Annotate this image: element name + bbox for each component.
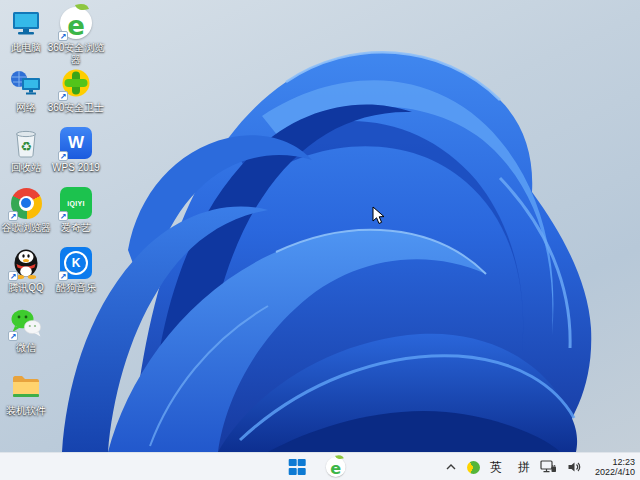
network-icon bbox=[8, 65, 44, 101]
taskbar-clock[interactable]: 12:23 2022/4/10 bbox=[591, 457, 635, 478]
windows-desktop[interactable]: 此电脑 网络 ♻ 回收站 ↗ 谷歌浏览器 ↗ 腾讯QQ ↗ 微信 bbox=[0, 0, 640, 480]
shortcut-arrow-icon: ↗ bbox=[58, 271, 68, 281]
svg-text:♻: ♻ bbox=[20, 139, 32, 154]
360-safe-icon: ↗ bbox=[58, 65, 94, 101]
desktop-icon-360-browser[interactable]: e ↗ 360安全浏览器 bbox=[51, 5, 101, 66]
desktop-icon-label: 装机软件 bbox=[0, 405, 56, 417]
desktop-icon-qq[interactable]: ↗ 腾讯QQ bbox=[1, 245, 51, 294]
tray-chevron-up-icon[interactable] bbox=[445, 462, 457, 472]
tray-network-icon[interactable] bbox=[540, 460, 557, 474]
wps-icon: W ↗ bbox=[58, 125, 94, 161]
tray-volume-icon[interactable] bbox=[567, 460, 581, 474]
360-browser-icon: e ↗ bbox=[58, 5, 94, 41]
ime-language-indicator[interactable]: 英 bbox=[490, 459, 502, 476]
shortcut-arrow-icon: ↗ bbox=[58, 211, 68, 221]
desktop-icon-label: 酷狗音乐 bbox=[46, 282, 106, 294]
desktop-icon-software-folder[interactable]: 装机软件 bbox=[1, 368, 51, 417]
shortcut-arrow-icon: ↗ bbox=[58, 151, 68, 161]
desktop-icon-this-pc[interactable]: 此电脑 bbox=[1, 5, 51, 54]
desktop-icon-wechat[interactable]: ↗ 微信 bbox=[1, 305, 51, 354]
ime-mode-indicator[interactable]: 拼 bbox=[518, 459, 530, 476]
taskbar-360-browser-button[interactable]: e bbox=[325, 457, 345, 477]
kugou-icon: K ↗ bbox=[58, 245, 94, 281]
shortcut-arrow-icon: ↗ bbox=[58, 91, 68, 101]
shortcut-arrow-icon: ↗ bbox=[58, 31, 68, 41]
tray-360-safe-icon[interactable] bbox=[467, 461, 480, 474]
desktop-icon-network[interactable]: 网络 bbox=[1, 65, 51, 114]
this-pc-icon bbox=[8, 5, 44, 41]
qq-penguin-icon: ↗ bbox=[8, 245, 44, 281]
desktop-icon-iqiyi[interactable]: iQIYI ↗ 爱奇艺 bbox=[51, 185, 101, 234]
shortcut-arrow-icon: ↗ bbox=[8, 211, 18, 221]
desktop-icon-360-safe[interactable]: ↗ 360安全卫士 bbox=[51, 65, 101, 114]
desktop-icon-label: 爱奇艺 bbox=[46, 222, 106, 234]
clock-date: 2022/4/10 bbox=[591, 467, 635, 478]
shortcut-arrow-icon: ↗ bbox=[8, 271, 18, 281]
iqiyi-icon: iQIYI ↗ bbox=[58, 185, 94, 221]
desktop-icon-recycle-bin[interactable]: ♻ 回收站 bbox=[1, 125, 51, 174]
desktop-icon-kugou[interactable]: K ↗ 酷狗音乐 bbox=[51, 245, 101, 294]
desktop-icon-label: WPS 2019 bbox=[46, 162, 106, 174]
taskbar: e 英 拼 12:23 2022/4/10 bbox=[0, 452, 640, 480]
desktop-icon-label: 360安全卫士 bbox=[46, 102, 106, 114]
chrome-icon: ↗ bbox=[8, 185, 44, 221]
desktop-icon-wps[interactable]: W ↗ WPS 2019 bbox=[51, 125, 101, 174]
shortcut-arrow-icon: ↗ bbox=[8, 331, 18, 341]
folder-icon bbox=[8, 368, 44, 404]
recycle-bin-icon: ♻ bbox=[8, 125, 44, 161]
desktop-icon-chrome[interactable]: ↗ 谷歌浏览器 bbox=[1, 185, 51, 234]
desktop-icon-label: 微信 bbox=[0, 342, 56, 354]
wechat-icon: ↗ bbox=[8, 305, 44, 341]
start-button[interactable] bbox=[289, 459, 306, 476]
desktop-icon-label: 360安全浏览器 bbox=[46, 42, 106, 66]
clock-time: 12:23 bbox=[591, 457, 635, 468]
